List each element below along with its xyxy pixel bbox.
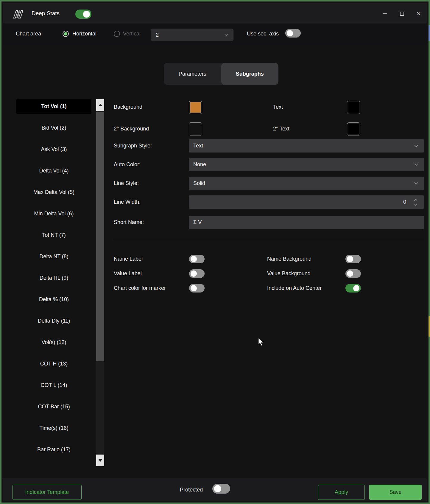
scrollbar-down-button[interactable] bbox=[96, 455, 104, 466]
horizontal-radio-label[interactable]: Horizontal bbox=[72, 31, 96, 37]
title-bar: Deep Stats × bbox=[3, 3, 427, 24]
value-background-label: Value Background bbox=[267, 270, 311, 277]
line-style-value: Solid bbox=[193, 180, 205, 186]
list-item[interactable]: Ask Vol (3) bbox=[16, 142, 91, 157]
subgraph-style-select[interactable]: Text bbox=[189, 139, 424, 153]
list-item[interactable]: Delta Vol (4) bbox=[16, 164, 91, 178]
list-item[interactable]: Tot NT (7) bbox=[16, 228, 91, 242]
apply-button[interactable]: Apply bbox=[318, 485, 365, 500]
list-item[interactable]: COT Bar (15) bbox=[16, 399, 91, 414]
arrow-up-icon bbox=[98, 104, 102, 106]
chart-color-marker-toggle[interactable] bbox=[189, 284, 205, 293]
swatch-fill bbox=[348, 124, 359, 134]
maximize-icon bbox=[400, 12, 404, 16]
include-auto-center-label: Include on Auto Center bbox=[267, 285, 322, 291]
list-item[interactable]: Bar Ratio (17) bbox=[16, 442, 91, 457]
subgraph-style-label: Subgraph Style: bbox=[114, 143, 152, 149]
section-divider bbox=[114, 240, 424, 240]
window-title: Deep Stats bbox=[32, 10, 60, 17]
subgraph-list: Tot Vol (1)Bid Vol (2)Ask Vol (3)Delta V… bbox=[16, 99, 91, 464]
swatch-fill bbox=[348, 102, 359, 113]
minimize-button[interactable] bbox=[379, 8, 391, 19]
chevron-down-icon bbox=[225, 32, 228, 36]
minimize-icon bbox=[383, 13, 387, 14]
use-sec-axis-toggle[interactable] bbox=[285, 29, 301, 38]
list-item[interactable]: Bid Vol (2) bbox=[16, 121, 91, 135]
value-label-toggle[interactable] bbox=[189, 269, 205, 278]
tab-bar: Parameters Subgraphs bbox=[164, 63, 278, 85]
toggle-knob bbox=[347, 256, 353, 262]
horizontal-radio[interactable] bbox=[63, 31, 69, 37]
list-item[interactable]: Delta HL (9) bbox=[16, 271, 91, 285]
indicator-template-button[interactable]: Indicator Template bbox=[13, 485, 82, 500]
auto-color-value: None bbox=[193, 161, 206, 167]
chevron-down-icon bbox=[414, 143, 418, 147]
line-width-label: Line Width: bbox=[114, 199, 141, 205]
line-width-value: 0 bbox=[403, 195, 406, 209]
chart-area-label: Chart area bbox=[16, 31, 41, 37]
toggle-knob bbox=[191, 256, 197, 262]
list-item[interactable]: Delta Dly (11) bbox=[16, 314, 91, 328]
text-label: Text bbox=[273, 104, 283, 110]
list-item[interactable]: COT H (13) bbox=[16, 357, 91, 371]
protected-label: Protected bbox=[180, 487, 203, 493]
toggle-knob bbox=[287, 30, 293, 36]
list-item[interactable]: Max Delta Vol (5) bbox=[16, 185, 91, 200]
list-item[interactable]: Delta NT (8) bbox=[16, 249, 91, 264]
vertical-radio-label[interactable]: Vertical bbox=[123, 31, 141, 37]
name-background-label: Name Background bbox=[267, 256, 311, 262]
stepper-down-icon bbox=[414, 202, 417, 206]
use-sec-axis-label: Use sec. axis bbox=[247, 31, 279, 37]
text-color-swatch[interactable] bbox=[347, 101, 360, 114]
name-background-toggle[interactable] bbox=[345, 255, 361, 263]
maximize-button[interactable] bbox=[396, 8, 408, 19]
list-item[interactable]: Tot Vol (1) bbox=[16, 99, 91, 114]
close-button[interactable]: × bbox=[413, 8, 425, 19]
scrollbar-up-button[interactable] bbox=[96, 99, 104, 111]
arrow-down-icon bbox=[98, 459, 102, 462]
line-style-label: Line Style: bbox=[114, 180, 139, 186]
list-item[interactable]: Vol(s) (12) bbox=[16, 335, 91, 350]
chart-number-value: 2 bbox=[156, 32, 159, 38]
auto-color-select[interactable]: None bbox=[189, 158, 424, 171]
list-item[interactable]: Time(s) (16) bbox=[16, 421, 91, 435]
scrollbar-thumb[interactable] bbox=[96, 112, 104, 361]
name-label-toggle[interactable] bbox=[189, 255, 205, 263]
list-item[interactable]: COT L (14) bbox=[16, 378, 91, 393]
list-item[interactable]: Min Delta Vol (6) bbox=[16, 206, 91, 221]
vertical-radio[interactable] bbox=[114, 31, 120, 37]
save-button[interactable]: Save bbox=[369, 485, 422, 500]
text2-label: 2° Text bbox=[273, 126, 289, 132]
window-frame: Deep Stats × Chart area Horizontal Verti… bbox=[0, 0, 430, 504]
toggle-knob bbox=[347, 270, 353, 277]
footer-bar: Indicator Template Protected Apply Save bbox=[3, 478, 427, 501]
background2-label: 2° Background bbox=[114, 126, 149, 132]
text2-color-swatch[interactable] bbox=[347, 122, 360, 136]
protected-toggle[interactable] bbox=[212, 484, 230, 494]
auto-color-label: Auto Color: bbox=[114, 161, 141, 168]
background-window-sliver bbox=[429, 316, 430, 337]
indicator-power-toggle[interactable] bbox=[75, 10, 91, 19]
short-name-input[interactable]: Σ V bbox=[189, 216, 424, 229]
deep-stats-dialog: Deep Stats × Chart area Horizontal Verti… bbox=[0, 0, 430, 504]
swatch-fill bbox=[190, 124, 201, 134]
tab-subgraphs[interactable]: Subgraphs bbox=[221, 63, 279, 85]
value-label-label: Value Label bbox=[114, 270, 142, 277]
tab-parameters[interactable]: Parameters bbox=[164, 63, 221, 85]
line-style-select[interactable]: Solid bbox=[189, 177, 424, 190]
toggle-knob bbox=[353, 285, 359, 291]
stepper-icon[interactable] bbox=[414, 199, 418, 206]
chart-area-toolbar: Chart area Horizontal Vertical 2 Use sec… bbox=[3, 24, 427, 45]
line-width-spinner[interactable]: 0 bbox=[189, 195, 424, 209]
list-item[interactable]: Delta % (10) bbox=[16, 292, 91, 307]
chart-number-select[interactable]: 2 bbox=[151, 29, 233, 41]
toggle-knob bbox=[83, 11, 90, 18]
value-background-toggle[interactable] bbox=[345, 269, 361, 278]
background2-color-swatch[interactable] bbox=[189, 122, 202, 136]
background-label: Background bbox=[114, 104, 142, 110]
swatch-fill bbox=[190, 102, 201, 113]
short-name-label: Short Name: bbox=[114, 219, 144, 225]
include-auto-center-toggle[interactable] bbox=[345, 284, 361, 293]
background-color-swatch[interactable] bbox=[189, 101, 202, 114]
toggle-knob bbox=[191, 285, 197, 291]
